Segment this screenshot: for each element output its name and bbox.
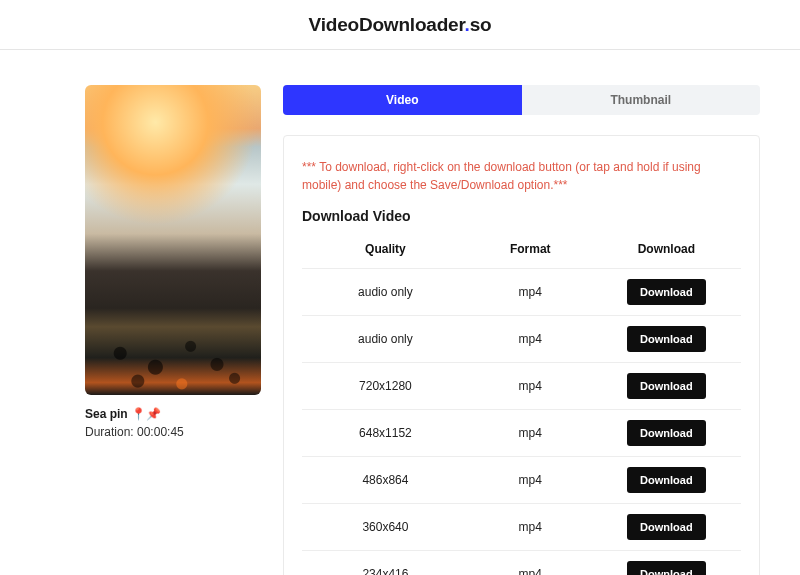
table-row: 720x1280mp4Download xyxy=(302,363,741,410)
col-format: Format xyxy=(469,230,592,269)
main-content: Sea pin 📍📌 Duration: 00:00:45 Video Thum… xyxy=(0,50,800,575)
download-button[interactable]: Download xyxy=(627,373,706,399)
download-panel: *** To download, right-click on the down… xyxy=(283,135,760,575)
cell-download: Download xyxy=(592,504,741,551)
table-row: 234x416mp4Download xyxy=(302,551,741,576)
download-column: Video Thumbnail *** To download, right-c… xyxy=(283,85,760,575)
cell-download: Download xyxy=(592,269,741,316)
cell-format: mp4 xyxy=(469,363,592,410)
section-title: Download Video xyxy=(302,208,741,224)
video-duration: Duration: 00:00:45 xyxy=(85,425,261,439)
download-button[interactable]: Download xyxy=(627,514,706,540)
download-button[interactable]: Download xyxy=(627,561,706,575)
cell-quality: 486x864 xyxy=(302,457,469,504)
table-row: 360x640mp4Download xyxy=(302,504,741,551)
cell-download: Download xyxy=(592,316,741,363)
cell-download: Download xyxy=(592,551,741,576)
download-button[interactable]: Download xyxy=(627,279,706,305)
brand-suffix: so xyxy=(470,14,492,35)
download-button[interactable]: Download xyxy=(627,420,706,446)
table-row: audio onlymp4Download xyxy=(302,316,741,363)
cell-quality: 234x416 xyxy=(302,551,469,576)
table-row: audio onlymp4Download xyxy=(302,269,741,316)
cell-quality: 648x1152 xyxy=(302,410,469,457)
video-info-column: Sea pin 📍📌 Duration: 00:00:45 xyxy=(85,85,261,575)
cell-quality: audio only xyxy=(302,316,469,363)
download-table: Quality Format Download audio onlymp4Dow… xyxy=(302,230,741,575)
cell-download: Download xyxy=(592,363,741,410)
table-row: 648x1152mp4Download xyxy=(302,410,741,457)
tab-thumbnail[interactable]: Thumbnail xyxy=(522,85,761,115)
video-thumbnail[interactable] xyxy=(85,85,261,395)
brand-name: VideoDownloader xyxy=(309,14,465,35)
cell-format: mp4 xyxy=(469,316,592,363)
brand-logo[interactable]: VideoDownloader.so xyxy=(309,14,492,36)
tab-bar: Video Thumbnail xyxy=(283,85,760,115)
cell-quality: 360x640 xyxy=(302,504,469,551)
site-header: VideoDownloader.so xyxy=(0,0,800,50)
cell-quality: audio only xyxy=(302,269,469,316)
tab-video[interactable]: Video xyxy=(283,85,522,115)
cell-format: mp4 xyxy=(469,269,592,316)
table-row: 486x864mp4Download xyxy=(302,457,741,504)
download-button[interactable]: Download xyxy=(627,326,706,352)
download-notice: *** To download, right-click on the down… xyxy=(302,158,741,194)
video-title: Sea pin 📍📌 xyxy=(85,407,261,421)
cell-format: mp4 xyxy=(469,551,592,576)
cell-format: mp4 xyxy=(469,457,592,504)
cell-format: mp4 xyxy=(469,504,592,551)
col-quality: Quality xyxy=(302,230,469,269)
col-download: Download xyxy=(592,230,741,269)
cell-quality: 720x1280 xyxy=(302,363,469,410)
cell-format: mp4 xyxy=(469,410,592,457)
download-button[interactable]: Download xyxy=(627,467,706,493)
cell-download: Download xyxy=(592,410,741,457)
cell-download: Download xyxy=(592,457,741,504)
